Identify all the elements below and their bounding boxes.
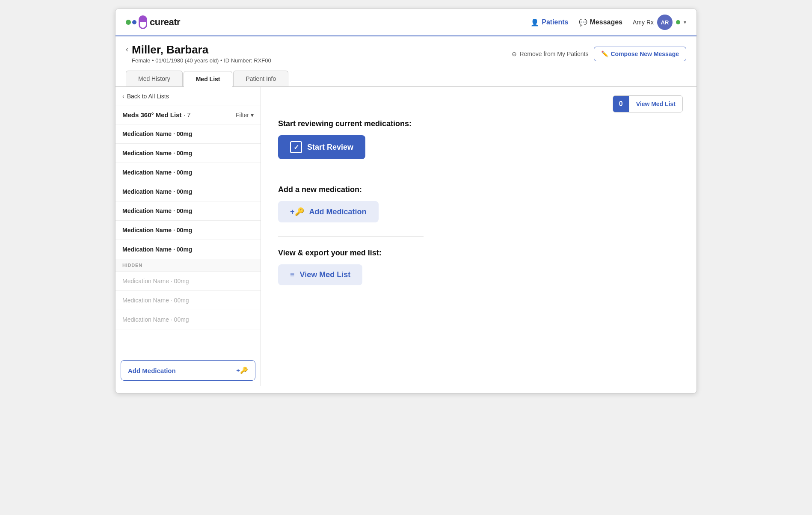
back-arrow-icon[interactable]: ‹ bbox=[126, 45, 128, 54]
compose-label: Compose New Message bbox=[611, 50, 679, 57]
patient-dob: 01/01/1980 bbox=[155, 57, 183, 64]
view-export-section: View & export your med list: ≡ View Med … bbox=[278, 249, 683, 285]
avatar: AR bbox=[657, 15, 673, 30]
start-review-section: Start reviewing current medications: ✓ S… bbox=[278, 119, 683, 159]
patient-details: Female • 01/01/1980 (40 years old) • ID … bbox=[132, 57, 271, 64]
back-to-all-lists[interactable]: ‹ Back to All Lists bbox=[116, 87, 261, 106]
chevron-left-icon: ‹ bbox=[122, 93, 124, 100]
list-item[interactable]: Medication Name · 00mg bbox=[116, 291, 261, 310]
patient-header: ‹ Miller, Barbara Female • 01/01/1980 (4… bbox=[116, 36, 696, 86]
back-label: Back to All Lists bbox=[127, 93, 169, 100]
list-item[interactable]: Medication Name · 00mg bbox=[116, 182, 261, 201]
view-med-list-label: View Med List bbox=[629, 96, 682, 112]
list-item[interactable]: Medication Name · 00mg bbox=[116, 163, 261, 182]
sidebar-add-medication-button[interactable]: Add Medication +🔑 bbox=[121, 360, 255, 381]
list-item[interactable]: Medication Name · 00mg bbox=[116, 201, 261, 221]
patient-left: ‹ Miller, Barbara Female • 01/01/1980 (4… bbox=[126, 43, 271, 64]
view-med-list-header-button[interactable]: 0 View Med List bbox=[613, 95, 683, 112]
add-med-label: Add Medication bbox=[309, 207, 367, 216]
view-med-label: View Med List bbox=[300, 270, 351, 279]
add-med-heading: Add a new medication: bbox=[278, 185, 683, 194]
patient-actions: ⊖ Remove from My Patients ✏️ Compose New… bbox=[512, 47, 686, 61]
top-nav: cureatr 👤 Patients 💬 Messages Amy Rx AR … bbox=[116, 9, 696, 36]
remove-label: Remove from My Patients bbox=[519, 50, 588, 57]
hidden-section-label: HIDDEN bbox=[116, 259, 261, 272]
sidebar-add-label: Add Medication bbox=[128, 367, 176, 374]
divider-2 bbox=[278, 236, 424, 237]
minus-circle-icon: ⊖ bbox=[512, 50, 517, 57]
list-title: Meds 360° Med List bbox=[122, 111, 182, 118]
list-icon: ≡ bbox=[290, 270, 295, 279]
right-panel: 0 View Med List Start reviewing current … bbox=[261, 87, 696, 386]
status-dot bbox=[676, 20, 680, 24]
sidebar: ‹ Back to All Lists Meds 360° Med List ·… bbox=[116, 87, 261, 386]
messages-nav-link[interactable]: 💬 Messages bbox=[579, 18, 623, 27]
logo-dot-green bbox=[126, 20, 131, 25]
patient-name: Miller, Barbara bbox=[132, 43, 271, 56]
messages-label: Messages bbox=[590, 18, 623, 26]
patients-icon: 👤 bbox=[530, 18, 539, 27]
nav-right: 👤 Patients 💬 Messages Amy Rx AR ▾ bbox=[530, 15, 686, 30]
filter-button[interactable]: Filter ▾ bbox=[236, 112, 254, 118]
user-name: Amy Rx bbox=[633, 19, 654, 26]
list-item[interactable]: Medication Name · 00mg bbox=[116, 310, 261, 329]
add-medication-section: Add a new medication: +🔑 Add Medication bbox=[278, 185, 683, 222]
list-item[interactable]: Medication Name · 00mg bbox=[116, 240, 261, 259]
list-item[interactable]: Medication Name · 00mg bbox=[116, 272, 261, 291]
patients-label: Patients bbox=[542, 18, 568, 26]
logo: cureatr bbox=[126, 15, 180, 29]
compose-message-button[interactable]: ✏️ Compose New Message bbox=[594, 47, 687, 61]
filter-label: Filter bbox=[236, 112, 249, 118]
start-review-label: Start Review bbox=[307, 143, 353, 152]
main-content: ‹ Back to All Lists Meds 360° Med List ·… bbox=[116, 86, 696, 386]
messages-icon: 💬 bbox=[579, 18, 587, 27]
right-panel-top: 0 View Med List bbox=[278, 95, 683, 112]
tab-med-history[interactable]: Med History bbox=[126, 71, 183, 86]
view-med-list-button[interactable]: ≡ View Med List bbox=[278, 264, 362, 285]
add-medication-button[interactable]: +🔑 Add Medication bbox=[278, 201, 379, 222]
patient-gender: Female bbox=[132, 57, 150, 64]
chevron-down-icon[interactable]: ▾ bbox=[684, 19, 686, 25]
patient-age: 40 years old bbox=[187, 57, 217, 64]
list-count: · 7 bbox=[184, 111, 191, 118]
med-list-count-badge: 0 bbox=[613, 96, 629, 112]
sidebar-add-icon: +🔑 bbox=[236, 367, 248, 374]
tab-med-list[interactable]: Med List bbox=[184, 71, 233, 87]
tab-patient-info[interactable]: Patient Info bbox=[233, 71, 288, 86]
patients-nav-link[interactable]: 👤 Patients bbox=[530, 18, 568, 27]
patient-id: ID Number: RXF00 bbox=[224, 57, 271, 64]
filter-chevron-icon: ▾ bbox=[251, 112, 254, 118]
patient-nav: ‹ Miller, Barbara Female • 01/01/1980 (4… bbox=[126, 43, 686, 64]
patient-tabs: Med History Med List Patient Info bbox=[126, 71, 686, 86]
checkbox-icon: ✓ bbox=[290, 141, 302, 153]
logo-icon bbox=[126, 15, 148, 29]
compose-icon: ✏️ bbox=[601, 50, 608, 57]
start-review-heading: Start reviewing current medications: bbox=[278, 119, 683, 128]
list-item[interactable]: Medication Name · 00mg bbox=[116, 144, 261, 163]
view-export-heading: View & export your med list: bbox=[278, 249, 683, 258]
sidebar-list-header: Meds 360° Med List · 7 Filter ▾ bbox=[116, 106, 261, 124]
logo-pill bbox=[139, 15, 147, 29]
logo-text: cureatr bbox=[150, 17, 180, 28]
add-med-icon: +🔑 bbox=[290, 207, 304, 216]
user-info: Amy Rx AR ▾ bbox=[633, 15, 686, 30]
divider-1 bbox=[278, 173, 424, 173]
logo-dot-blue bbox=[132, 20, 136, 24]
list-item[interactable]: Medication Name · 00mg bbox=[116, 124, 261, 144]
start-review-button[interactable]: ✓ Start Review bbox=[278, 135, 365, 159]
remove-patient-button[interactable]: ⊖ Remove from My Patients bbox=[512, 50, 588, 57]
patient-info: Miller, Barbara Female • 01/01/1980 (40 … bbox=[132, 43, 271, 64]
list-title-group: Meds 360° Med List · 7 bbox=[122, 111, 191, 119]
list-item[interactable]: Medication Name · 00mg bbox=[116, 221, 261, 240]
med-list: Medication Name · 00mg Medication Name ·… bbox=[116, 124, 261, 355]
